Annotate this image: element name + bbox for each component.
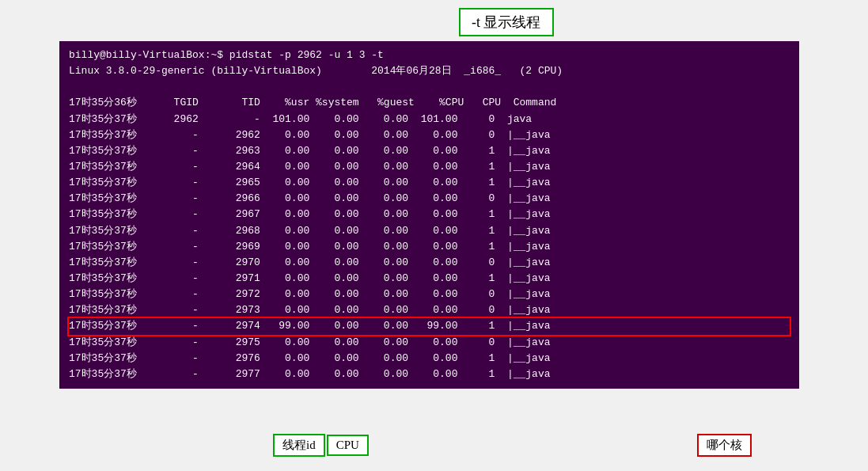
row-4: 17时35分37秒 - 2965 0.00 0.00 0.00 0.00 1 |… (69, 175, 790, 191)
row-3: 17时35分37秒 - 2964 0.00 0.00 0.00 0.00 1 |… (69, 159, 790, 175)
row-1: 17时35分37秒 - 2962 0.00 0.00 0.00 0.00 0 |… (69, 127, 790, 143)
cpu-label: CPU (327, 435, 369, 456)
command-line: billy@billy-VirtualBox:~$ pidstat -p 296… (69, 47, 790, 63)
row-9: 17时35分37秒 - 2970 0.00 0.00 0.00 0.00 0 |… (69, 255, 790, 271)
row-2: 17时35分37秒 - 2963 0.00 0.00 0.00 0.00 1 |… (69, 143, 790, 159)
row-after-2: 17时35分37秒 - 2977 0.00 0.00 0.00 0.00 1 |… (69, 367, 790, 382)
highlighted-row: 17时35分37秒 - 2974 99.00 0.00 0.00 99.00 1… (69, 318, 790, 334)
row-after-0: 17时35分37秒 - 2975 0.00 0.00 0.00 0.00 0 |… (69, 335, 790, 351)
blank-line (69, 79, 790, 95)
bottom-annotations: 线程id CPU 哪个核 (59, 434, 799, 457)
system-line: Linux 3.8.0-29-generic (billy-VirtualBox… (69, 63, 790, 79)
page-wrapper: -t 显示线程 billy@billy-VirtualBox:~$ pidsta… (0, 0, 868, 471)
row-0: 17时35分37秒 2962 - 101.00 0.00 0.00 101.00… (69, 112, 790, 127)
terminal-window: billy@billy-VirtualBox:~$ pidstat -p 296… (59, 41, 799, 389)
header-line: 17时35分36秒 TGID TID %usr %system %guest %… (69, 95, 790, 111)
na-ge-he-label: 哪个核 (697, 434, 752, 457)
xian-cheng-id-label: 线程id (273, 434, 325, 457)
row-6: 17时35分37秒 - 2967 0.00 0.00 0.00 0.00 1 |… (69, 207, 790, 222)
row-7: 17时35分37秒 - 2968 0.00 0.00 0.00 0.00 1 |… (69, 223, 790, 239)
row-11: 17时35分37秒 - 2972 0.00 0.00 0.00 0.00 0 |… (69, 287, 790, 302)
row-12: 17时35分37秒 - 2973 0.00 0.00 0.00 0.00 0 |… (69, 302, 790, 318)
row-10: 17时35分37秒 - 2971 0.00 0.00 0.00 0.00 1 |… (69, 271, 790, 287)
row-8: 17时35分37秒 - 2969 0.00 0.00 0.00 0.00 1 |… (69, 239, 790, 255)
row-after-1: 17时35分37秒 - 2976 0.00 0.00 0.00 0.00 1 |… (69, 351, 790, 367)
title-annotation: -t 显示线程 (459, 8, 554, 36)
row-5: 17时35分37秒 - 2966 0.00 0.00 0.00 0.00 0 |… (69, 191, 790, 207)
